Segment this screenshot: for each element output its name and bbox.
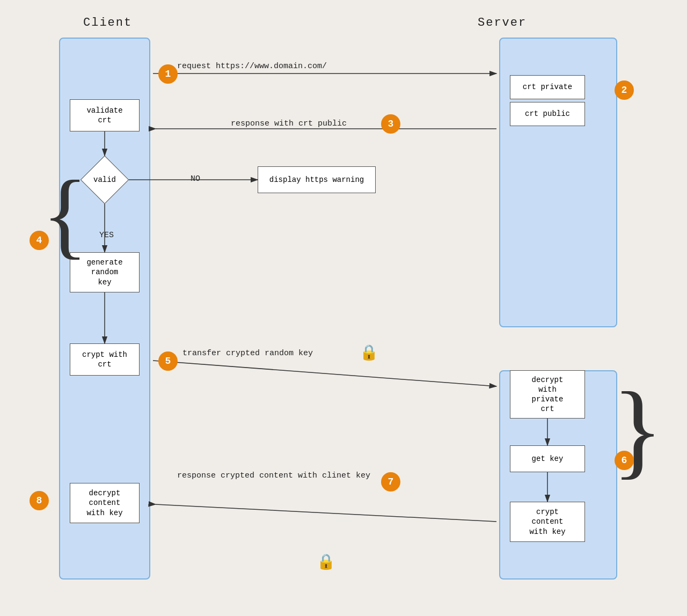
response-content-label: response crypted content with clinet key [177,471,370,480]
validate-crt-box: validate crt [70,99,140,131]
https-warning-box: display https warning [258,166,376,193]
valid-diamond: valid [81,156,129,204]
lock-icon-2: 🔒 [317,553,335,571]
step-1-circle: 1 [158,64,178,84]
step-8-circle: 8 [30,491,49,510]
svg-line-8 [153,361,496,386]
server-label: Server [478,16,527,30]
step-6-circle: 6 [615,451,634,470]
decrypt-content-box: decrypt content with key [70,483,140,523]
get-key-box: get key [510,445,585,472]
lock-icon-1: 🔒 [360,343,378,362]
yes-label: YES [99,231,114,240]
crypt-crt-box: crypt with crt [70,343,140,376]
step-4-circle: 4 [30,231,49,250]
transfer-key-label: transfer crypted random key [182,349,313,358]
step-2-circle: 2 [615,80,634,100]
crt-private-box: crt private [510,75,585,99]
decrypt-private-crt-box: decrypt with private crt [510,370,585,419]
no-label: NO [191,174,200,184]
step-7-circle: 7 [381,472,400,492]
request-label: request https://www.domain.com/ [177,62,327,71]
diagram-container: Client Server validate crt valid generat… [0,0,687,616]
svg-line-11 [156,504,496,522]
crypt-content-key-box: crypt content with key [510,502,585,542]
step-5-circle: 5 [158,351,178,371]
response-crt-label: response with crt public [231,119,347,128]
step-3-circle: 3 [381,114,400,134]
client-label: Client [83,16,132,30]
crt-public-box: crt public [510,102,585,126]
